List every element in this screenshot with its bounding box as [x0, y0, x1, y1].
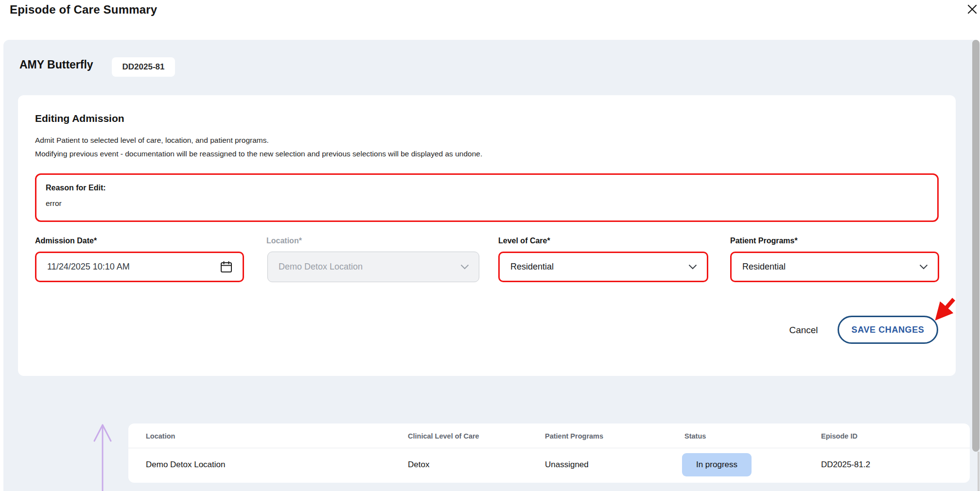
- column-header-location: Location: [146, 423, 175, 448]
- status-badge: In progress: [682, 453, 752, 476]
- scrollbar-thumb[interactable]: [972, 40, 980, 452]
- patient-programs-label: Patient Programs*: [730, 237, 798, 245]
- cell-episode-id: DD2025-81.2: [821, 448, 870, 483]
- cancel-button[interactable]: Cancel: [777, 321, 830, 340]
- reason-for-edit-label: Reason for Edit:: [46, 184, 106, 192]
- patient-name: AMY Butterfly: [19, 58, 93, 71]
- close-button[interactable]: [965, 3, 979, 17]
- location-select: Demo Detox Location: [267, 252, 479, 282]
- cell-location: Demo Detox Location: [146, 448, 225, 483]
- patient-programs-value: Residential: [732, 262, 919, 272]
- location-value: Demo Detox Location: [268, 262, 460, 272]
- page-title: Episode of Care Summary: [10, 3, 157, 17]
- chevron-down-icon: [919, 264, 928, 270]
- admission-date-value: 11/24/2025 10:10 AM: [36, 262, 220, 272]
- level-of-care-select[interactable]: Residential: [498, 252, 708, 282]
- column-header-clinical-level-of-care: Clinical Level of Care: [408, 423, 479, 448]
- purple-arrow-annotation: [88, 419, 119, 491]
- admission-date-label: Admission Date*: [35, 237, 97, 245]
- episode-of-care-dialog: Episode of Care Summary AMY Butterfly DD…: [0, 0, 980, 491]
- chevron-down-icon: [460, 264, 469, 270]
- location-label: Location*: [266, 237, 302, 245]
- cell-clinical-level-of-care: Detox: [408, 448, 429, 483]
- episode-table: Location Clinical Level of Care Patient …: [128, 423, 970, 483]
- calendar-icon[interactable]: [220, 260, 233, 273]
- column-header-status: Status: [684, 423, 706, 448]
- close-icon: [966, 3, 978, 17]
- column-header-patient-programs: Patient Programs: [545, 423, 603, 448]
- level-of-care-label: Level of Care*: [498, 237, 550, 245]
- level-of-care-value: Residential: [500, 262, 688, 272]
- patient-id-badge: DD2025-81: [112, 57, 175, 77]
- patient-programs-select[interactable]: Residential: [730, 252, 939, 282]
- reason-for-edit-box: [35, 173, 939, 222]
- chevron-down-icon: [688, 264, 697, 270]
- form-heading: Editing Admission: [35, 113, 124, 124]
- form-description-line2: Modifying previous event - documentation…: [35, 150, 482, 158]
- admission-date-input[interactable]: 11/24/2025 10:10 AM: [35, 252, 244, 282]
- cell-patient-programs: Unassigned: [545, 448, 589, 483]
- column-header-episode-id: Episode ID: [821, 423, 858, 448]
- form-description-line1: Admit Patient to selected level of care,…: [35, 136, 269, 145]
- scrollbar-track[interactable]: [978, 452, 980, 491]
- reason-for-edit-value: error: [46, 199, 62, 208]
- red-arrow-annotation: [922, 293, 961, 327]
